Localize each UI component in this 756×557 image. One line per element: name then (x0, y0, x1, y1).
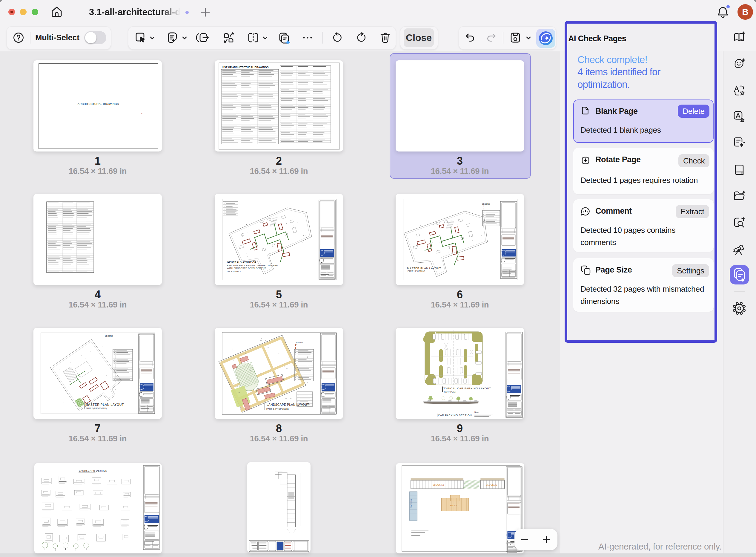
svg-text:BLOCK C: BLOCK C (450, 504, 460, 507)
svg-text:LEGEND: LEGEND (105, 335, 113, 337)
svg-text:LIST OF ARCHITECTURAL DRAWINGS: LIST OF ARCHITECTURAL DRAWINGS (222, 66, 269, 69)
svg-text:OF STAGE 2: OF STAGE 2 (227, 270, 241, 273)
svg-text:BLOCK A1: BLOCK A1 (433, 483, 444, 486)
svg-text:LANDSCAPE PLAN LAYOUT: LANDSCAPE PLAN LAYOUT (266, 403, 309, 406)
svg-text:BLOCK B: BLOCK B (410, 499, 412, 508)
svg-text:LEGEND: LEGEND (295, 342, 303, 344)
svg-text:PART 3 (PROPOSED): PART 3 (PROPOSED) (266, 408, 289, 410)
svg-text:LANDSCAPE DETAILS: LANDSCAPE DETAILS (79, 469, 107, 472)
svg-text:CAR PARKING SECTION: CAR PARKING SECTION (438, 414, 472, 417)
svg-text:Note:: Note: (474, 411, 479, 413)
svg-text:ARCHITECTURAL DRAWINGS: ARCHITECTURAL DRAWINGS (77, 102, 119, 106)
svg-text:REFUGEE PROCESSING CENTRE - MA: REFUGEE PROCESSING CENTRE - MAKERE (227, 264, 278, 267)
svg-text:TYPICAL CAR PARKING LAYOUT: TYPICAL CAR PARKING LAYOUT (443, 387, 491, 390)
svg-text:MASTER PLAN LAYOUT: MASTER PLAN LAYOUT (85, 403, 124, 406)
svg-text:PART 1 EXISTING: PART 1 EXISTING (408, 270, 425, 272)
svg-text:WITH PROPOSED DEVELOPMENT: WITH PROPOSED DEVELOPMENT (227, 267, 266, 269)
svg-text:GENERAL LAYOUT OF: GENERAL LAYOUT OF (227, 261, 256, 264)
svg-text:BLOCK A2: BLOCK A2 (486, 483, 497, 486)
svg-text:MASTER PLAN LAYOUT: MASTER PLAN LAYOUT (407, 267, 441, 270)
svg-text:LEGEND: LEGEND (482, 203, 490, 205)
svg-text:PART 2 (PROPOSED): PART 2 (PROPOSED) (86, 407, 106, 410)
svg-text:PART PLAN: PART PLAN (444, 390, 456, 393)
